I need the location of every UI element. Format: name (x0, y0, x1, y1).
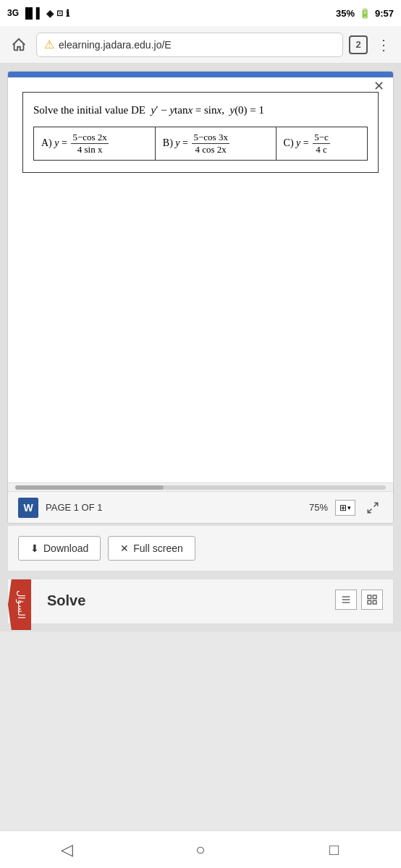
doc-footer: W PAGE 1 OF 1 75% ⊞ ▾ (8, 491, 393, 523)
download-button[interactable]: ⬇ Download (18, 536, 101, 561)
warning-icon: ⚠ (44, 38, 54, 51)
recents-button[interactable]: □ (316, 835, 353, 864)
home-nav-icon: ○ (195, 841, 205, 859)
status-right: 35% 🔋 9:57 (336, 8, 394, 19)
answers-table: A) y = 5−cos 2x 4 sin x B) y = 5−cos 3x … (33, 127, 368, 161)
wifi-icon: ◈ (46, 8, 54, 19)
view-options-button[interactable]: ⊞ ▾ (335, 500, 355, 516)
problem-box: Solve the initial value DE y′ − ytanx = … (22, 92, 379, 173)
svg-line-1 (368, 509, 371, 512)
answer-a-cell: A) y = 5−cos 2x 4 sin x (34, 127, 156, 161)
zoom-level: 75% (309, 502, 328, 513)
browser-bar: ⚠ elearning.jadara.edu.jo/E 2 ⋮ (0, 26, 401, 64)
view-icons (335, 590, 383, 610)
answer-c-cell: C) y = 5−c 4 c (276, 127, 367, 161)
fullscreen-icon: ✕ (120, 542, 129, 554)
address-bar[interactable]: ⚠ elearning.jadara.edu.jo/E (36, 33, 343, 57)
signal-bars: ▐▌▌ (22, 7, 43, 19)
answer-a-denominator: 4 sin x (76, 144, 104, 156)
grid-view-button[interactable] (361, 590, 383, 610)
word-letter: W (23, 502, 33, 514)
action-buttons: ⬇ Download ✕ Full screen (18, 536, 383, 561)
fullscreen-button[interactable]: ✕ Full screen (108, 536, 195, 561)
answer-c-denominator: 4 c (314, 144, 329, 156)
document-viewer: ✕ Solve the initial value DE y′ − ytanx … (7, 71, 394, 524)
tab-count-badge[interactable]: 2 (349, 35, 368, 54)
answer-b-numerator: 5−cos 3x (192, 132, 229, 144)
question-tag: السؤال (8, 579, 31, 630)
svg-rect-8 (373, 600, 376, 604)
back-button[interactable]: ◁ (48, 835, 85, 864)
close-button[interactable]: ✕ (370, 77, 387, 95)
scrollbar-thumb[interactable] (15, 485, 164, 490)
answer-a-numerator: 5−cos 2x (71, 132, 108, 144)
word-icon: W (18, 498, 38, 518)
answer-a-label: A) y = (41, 137, 69, 148)
question-card: السؤال Solve (7, 579, 394, 624)
url-text: elearning.jadara.edu.jo/E (59, 39, 172, 51)
battery-icon: 🔋 (359, 8, 371, 19)
svg-rect-5 (368, 595, 371, 599)
answer-a-fraction: 5−cos 2x 4 sin x (71, 132, 108, 156)
browser-menu-button[interactable]: ⋮ (373, 33, 394, 56)
status-left: 3G ▐▌▌ ◈ ⊡ ℹ (7, 7, 69, 19)
back-icon: ◁ (61, 841, 73, 859)
info-icon: ℹ (66, 8, 69, 19)
answer-b-fraction: 5−cos 3x 4 cos 2x (192, 132, 229, 156)
answer-b-label: B) y = (163, 137, 191, 148)
question-title: Solve (47, 592, 383, 609)
download-icon: ⬇ (30, 542, 39, 554)
list-view-button[interactable] (335, 590, 357, 610)
svg-rect-7 (368, 600, 371, 604)
status-bar: 3G ▐▌▌ ◈ ⊡ ℹ 35% 🔋 9:57 (0, 0, 401, 26)
action-section: ⬇ Download ✕ Full screen (7, 525, 394, 571)
home-button[interactable] (7, 33, 30, 56)
dropdown-arrow: ▾ (347, 504, 351, 511)
nfc-icon: ⊡ (56, 9, 63, 18)
problem-text: Solve the initial value DE y′ − ytanx = … (33, 104, 368, 116)
doc-content-area: Solve the initial value DE y′ − ytanx = … (8, 77, 393, 482)
clock: 9:57 (375, 8, 394, 19)
svg-line-0 (374, 503, 378, 506)
answer-c-fraction: 5−c 4 c (313, 132, 330, 156)
svg-rect-6 (373, 595, 376, 599)
nav-bar: ◁ ○ □ (0, 830, 401, 868)
scrollbar-track[interactable] (15, 485, 386, 490)
page-info: PAGE 1 OF 1 (46, 502, 302, 513)
fullscreen-label: Full screen (133, 542, 182, 554)
answer-c-label: C) y = (284, 137, 312, 148)
battery-percent: 35% (336, 8, 355, 19)
grid-icon: ⊞ (339, 503, 347, 513)
answer-c-numerator: 5−c (313, 132, 330, 144)
doc-viewer-header (8, 72, 393, 77)
recents-icon: □ (329, 841, 339, 859)
home-nav-button[interactable]: ○ (182, 835, 219, 864)
answer-b-denominator: 4 cos 2x (194, 144, 228, 156)
main-content: ✕ Solve the initial value DE y′ − ytanx … (0, 64, 401, 631)
scrollbar-area[interactable] (8, 482, 393, 491)
answer-b-cell: B) y = 5−cos 3x 4 cos 2x (155, 127, 276, 161)
signal-strength: 3G (7, 8, 19, 18)
download-label: Download (43, 542, 88, 554)
question-tag-text: السؤال (17, 590, 28, 619)
expand-button[interactable] (363, 500, 383, 516)
